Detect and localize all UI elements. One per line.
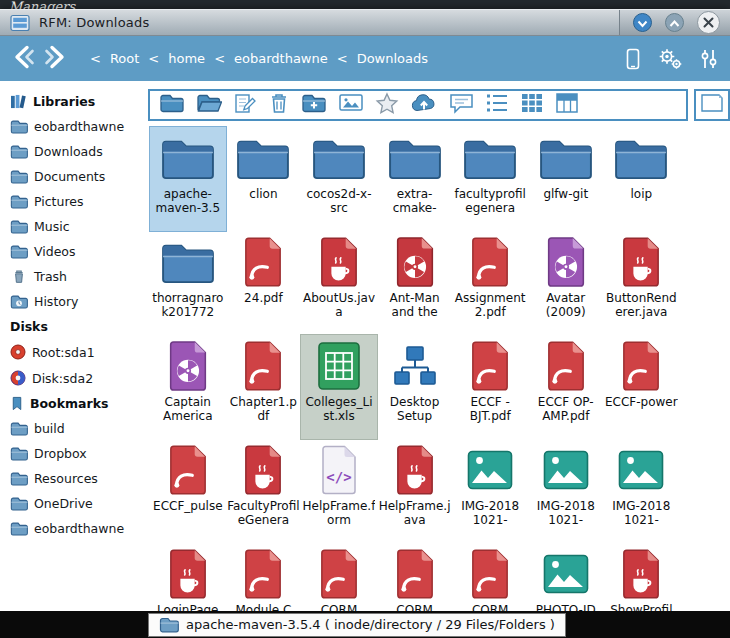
file-apache-maven-3-5[interactable]: apache-maven-3.5	[150, 127, 226, 231]
file-showprofil[interactable]: ShowProfil	[604, 543, 680, 611]
detail-view-button[interactable]	[555, 92, 579, 118]
file-extra-cmake[interactable]: extra-cmake-	[377, 127, 453, 231]
sidebar-item-pictures[interactable]: Pictures	[8, 189, 148, 214]
minimize-button[interactable]	[633, 13, 652, 32]
file-captain-america[interactable]: Captain America	[150, 335, 226, 439]
file-thorragnarok201772[interactable]: thorragnarok201772	[150, 231, 226, 335]
file-cqrm[interactable]: CQRM	[301, 543, 377, 611]
sidebar-item-videos[interactable]: Videos	[8, 239, 148, 264]
settings-button[interactable]	[657, 47, 683, 71]
bookmark-icon	[10, 396, 24, 411]
comment-button[interactable]	[449, 92, 474, 118]
sidebar-item-documents[interactable]: Documents	[8, 164, 148, 189]
file-desktop-setup[interactable]: Desktop Setup	[377, 335, 453, 439]
maximize-button[interactable]	[665, 13, 684, 32]
file-aboutus-java[interactable]: AboutUs.java	[301, 231, 377, 335]
file-loip[interactable]: loip	[604, 127, 680, 231]
file-avatar-2009[interactable]: Avatar (2009)	[528, 231, 604, 335]
sidebar-item-build[interactable]: build	[8, 416, 148, 441]
file-label: Avatar (2009)	[529, 291, 602, 319]
file-buttonrenderer-java[interactable]: ButtonRenderer.java	[604, 231, 680, 335]
breadcrumb-item-downloads[interactable]: Downloads	[357, 51, 428, 66]
folder-icon	[10, 244, 28, 259]
sidebar-item-downloads[interactable]: Downloads	[8, 139, 148, 164]
status-panel: apache-maven-3.5.4 ( inode/directory / 2…	[148, 613, 566, 637]
upload-button[interactable]	[410, 93, 438, 117]
file-clion[interactable]: clion	[226, 127, 302, 231]
file-img-2018-1021[interactable]: IMG-2018 1021-	[452, 439, 528, 543]
favorite-button[interactable]	[375, 92, 399, 119]
file-assignment-2-pdf[interactable]: Assignment 2.pdf	[452, 231, 528, 335]
file-facultyprofilegenera[interactable]: FacultyProfileGenera	[226, 439, 302, 543]
sidebar: LibrarieseobardthawneDownloadsDocumentsP…	[0, 81, 148, 611]
breadcrumb-item-eobardthawne[interactable]: eobardthawne	[234, 51, 328, 66]
file-module-c[interactable]: Module C	[226, 543, 302, 611]
file-helpframe-java[interactable]: HelpFrame.java	[377, 439, 453, 543]
file-helpframe-form[interactable]: </>HelpFrame.form	[301, 439, 377, 543]
file-cocos2d-x-src[interactable]: cocos2d-x-src	[301, 127, 377, 231]
folder-icon	[10, 496, 28, 511]
file-label: ButtonRenderer.java	[605, 291, 678, 319]
back-button[interactable]	[12, 44, 35, 74]
file-label: PHOTO-ID	[529, 603, 602, 611]
file-eccf-pulse[interactable]: ECCF_pulse	[150, 439, 226, 543]
file-label: loip	[605, 187, 678, 201]
edit-button[interactable]	[233, 91, 257, 119]
delete-button[interactable]	[268, 91, 290, 119]
file-cqrm[interactable]: CQRM	[452, 543, 528, 611]
file-label: HelpFrame.java	[378, 499, 451, 527]
file-eccf-op-amp-pdf[interactable]: ECCF OP-AMP.pdf	[528, 335, 604, 439]
file-eccf-bjt-pdf[interactable]: ECCF - BJT.pdf	[452, 335, 528, 439]
file-facultyprofilegenera[interactable]: facultyprofilegenera	[452, 127, 528, 231]
file-24-pdf[interactable]: 24.pdf	[226, 231, 302, 335]
file-photo-id[interactable]: PHOTO-ID	[528, 543, 604, 611]
forward-button[interactable]	[44, 44, 67, 74]
folder-file-icon	[538, 129, 594, 187]
file-glfw-git[interactable]: glfw-git	[528, 127, 604, 231]
filter-button[interactable]	[700, 48, 718, 70]
sidebar-item-dropbox[interactable]: Dropbox	[8, 441, 148, 466]
sort-list-button[interactable]	[485, 92, 509, 118]
file-img-2018-1021[interactable]: IMG-2018 1021-	[528, 439, 604, 543]
sidebar-item-history[interactable]: History	[8, 289, 148, 314]
file-loginpage[interactable]: LoginPage	[150, 543, 226, 611]
file-eccf-power[interactable]: ECCF-power	[604, 335, 680, 439]
cloud-upload-icon	[410, 93, 438, 117]
file-cqrm[interactable]: CQRM	[377, 543, 453, 611]
file-img-2018-1021[interactable]: IMG-2018 1021-	[604, 439, 680, 543]
preview-button[interactable]	[699, 93, 725, 117]
file-label: Assignment 2.pdf	[454, 291, 527, 319]
screenshot-button[interactable]	[338, 92, 364, 118]
file-colleges-list-xls[interactable]: Colleges_List.xls	[301, 335, 377, 439]
pdf-file-icon	[470, 545, 510, 603]
sidebar-item-trash[interactable]: Trash	[8, 264, 148, 289]
device-button[interactable]	[626, 48, 640, 70]
breadcrumb-item-home[interactable]: home	[168, 51, 205, 66]
file-label: Chapter1.pdf	[227, 395, 300, 423]
open-folder-button[interactable]	[196, 92, 222, 118]
sidebar-item-root-sda1[interactable]: Root:sda1	[8, 339, 148, 365]
copy-to-folder-button[interactable]	[301, 92, 327, 118]
sidebar-item-music[interactable]: Music	[8, 214, 148, 239]
sidebar-item-eobardthawne[interactable]: eobardthawne	[8, 516, 148, 541]
new-folder-button[interactable]	[159, 92, 185, 118]
sidebar-item-onedrive[interactable]: OneDrive	[8, 491, 148, 516]
breadcrumb-separator: <	[337, 51, 348, 66]
close-button[interactable]	[697, 11, 720, 34]
file-chapter1-pdf[interactable]: Chapter1.pdf	[226, 335, 302, 439]
pdf-file-icon	[470, 233, 510, 291]
sidebar-item-eobardthawne[interactable]: eobardthawne	[8, 114, 148, 139]
sidebar-item-label: eobardthawne	[34, 521, 124, 536]
icon-view-button[interactable]	[520, 92, 544, 118]
java-file-icon	[319, 233, 359, 291]
file-ant-man-and-the[interactable]: Ant-Man and the	[377, 231, 453, 335]
sidebar-section-label: Disks	[10, 319, 48, 334]
edit-icon	[233, 91, 257, 119]
chevron-left-icon	[12, 44, 35, 74]
breadcrumb-item-root[interactable]: Root	[110, 51, 139, 66]
statusbar: apache-maven-3.5.4 ( inode/directory / 2…	[0, 611, 730, 638]
sidebar-item-resources[interactable]: Resources	[8, 466, 148, 491]
sidebar-item-disk-sda2[interactable]: Disk:sda2	[8, 365, 148, 391]
titlebar[interactable]: RFM: Downloads	[0, 9, 730, 36]
sidebar-section-bookmarks: Bookmarks	[8, 391, 148, 416]
